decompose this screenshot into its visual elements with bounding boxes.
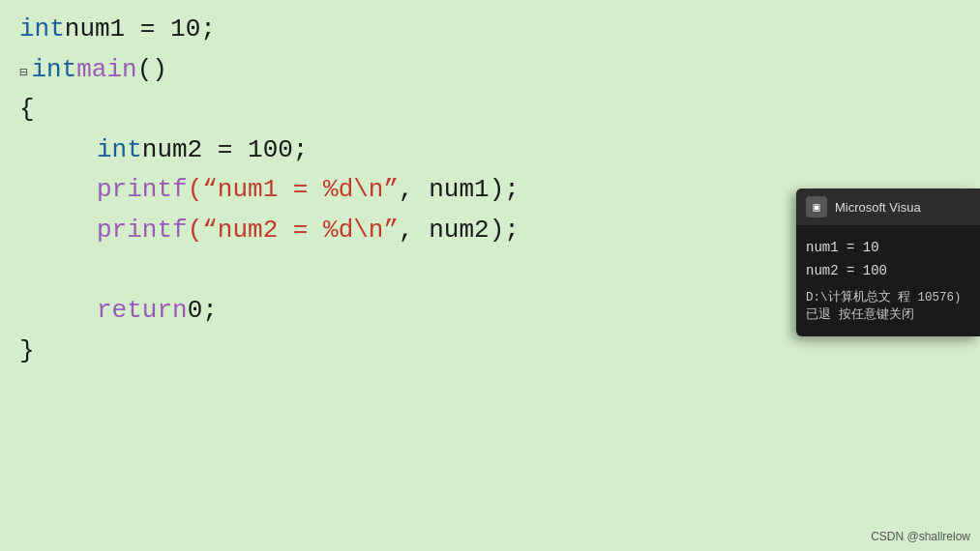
keyword-int-3: int [97,130,142,171]
brace-close: } [19,332,35,372]
terminal-path: D:\计算机总文 程 10576)已退 按任意键关闭 [806,289,970,326]
str-2: (“num2 = %d\n” [188,211,399,251]
code-rest-1: num1 = 10; [65,10,216,50]
code-rest-5: , num1); [399,170,520,211]
str-1: (“num1 = %d\n” [188,170,399,211]
terminal-window: ▣ Microsoft Visua num1 = 10 num2 = 100 D… [796,188,980,336]
code-line-2: ⊟int main() [19,50,961,91]
code-rest-4: num2 = 100; [142,130,309,171]
output-line-1: num1 = 10 [806,237,970,260]
terminal-title: Microsoft Visua [835,200,921,215]
terminal-body: num1 = 10 num2 = 100 D:\计算机总文 程 10576)已退… [796,225,980,336]
keyword-int-1: int [19,10,65,50]
brace-open: { [19,90,35,130]
code-line-3: { [19,90,961,130]
terminal-icon: ▣ [806,196,827,218]
code-rest-6: , num2); [399,211,520,251]
code-rest-7: 0; [188,291,218,332]
watermark: CSDN @shallrelow [871,530,970,543]
fn-printf-1: printf [97,170,188,211]
keyword-int-2: int [31,50,76,91]
output-line-2: num2 = 100 [806,260,970,283]
terminal-titlebar: ▣ Microsoft Visua [796,188,980,225]
fn-main: main [76,50,136,91]
code-line-4: int num2 = 100; [19,130,961,171]
collapse-marker: ⊟ [19,62,27,83]
fn-printf-2: printf [97,211,188,251]
code-parens: () [137,50,167,91]
code-line-8: } [19,332,961,372]
keyword-return: return [97,291,188,332]
code-line-1: int num1 = 10; [19,10,961,50]
code-editor: int num1 = 10; ⊟int main() { int num2 = … [0,0,980,551]
